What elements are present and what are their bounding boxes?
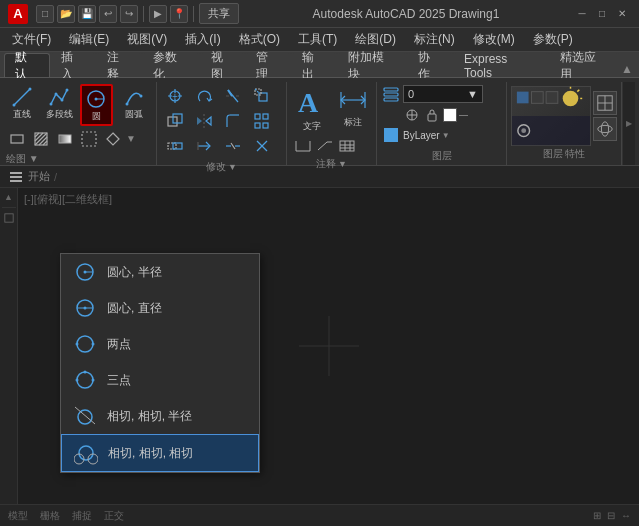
- layer-expand-icon[interactable]: ▼: [442, 131, 450, 140]
- draw-circle-label: 圆: [92, 112, 101, 122]
- status-grid[interactable]: 栅格: [40, 509, 60, 523]
- status-icon-3[interactable]: ↔: [621, 510, 631, 521]
- draw-arc-tool[interactable]: 圆弧: [117, 84, 150, 122]
- menu-dimension[interactable]: 标注(N): [406, 29, 463, 51]
- menu-tools[interactable]: 工具(T): [290, 29, 345, 51]
- tab-output[interactable]: 输出: [291, 53, 337, 77]
- tab-addins[interactable]: 附加模块: [337, 53, 407, 77]
- annotation-linear-icon[interactable]: [293, 137, 313, 155]
- layer-freeze-icon[interactable]: [403, 106, 421, 124]
- main-area: ▲ [-][俯视][二维线框] 圆心, 半径: [0, 188, 639, 504]
- redo-icon[interactable]: ↪: [120, 5, 138, 23]
- draw-polyline-label: 多段线: [46, 110, 73, 120]
- annotation-expand-icon[interactable]: ▼: [338, 159, 347, 169]
- tab-collaborate[interactable]: 协作: [407, 53, 453, 77]
- undo-icon[interactable]: ↩: [99, 5, 117, 23]
- plot-icon[interactable]: ▶: [149, 5, 167, 23]
- draw-more-icon[interactable]: ▼: [126, 133, 136, 144]
- share-button[interactable]: 共享: [199, 3, 239, 24]
- modify-scale-icon[interactable]: [248, 84, 276, 108]
- svg-point-72: [563, 90, 579, 106]
- tab-default[interactable]: 默认: [4, 53, 50, 77]
- menu-format[interactable]: 格式(O): [231, 29, 288, 51]
- view-preset-icon[interactable]: [593, 91, 617, 115]
- status-icon-2[interactable]: ⊟: [607, 510, 615, 521]
- tab-manage[interactable]: 管理: [245, 53, 291, 77]
- layer-color-selector[interactable]: [381, 126, 401, 144]
- layers-group-label: 图层: [432, 149, 452, 163]
- tab-annotate[interactable]: 注释: [96, 53, 142, 77]
- svg-point-85: [598, 125, 612, 132]
- modify-stretch-icon[interactable]: [161, 134, 189, 158]
- layer-properties-icon[interactable]: [381, 84, 401, 104]
- canvas-view-label: [-][俯视][二维线框]: [24, 192, 112, 207]
- annotation-table-icon[interactable]: [337, 137, 357, 155]
- breadcrumb-separator: /: [54, 171, 57, 183]
- tab-view[interactable]: 视图: [200, 53, 246, 77]
- close-button[interactable]: ✕: [613, 5, 631, 23]
- menu-edit[interactable]: 编辑(E): [61, 29, 117, 51]
- ribbon-collapse-icon[interactable]: ▲: [619, 61, 635, 77]
- pin-icon[interactable]: 📍: [170, 5, 188, 23]
- modify-array-icon[interactable]: [248, 109, 276, 133]
- menu-draw[interactable]: 绘图(D): [347, 29, 404, 51]
- ribbon-scroll[interactable]: ▶: [622, 82, 635, 165]
- open-file-icon[interactable]: 📂: [57, 5, 75, 23]
- status-ortho[interactable]: 正交: [104, 509, 124, 523]
- menu-view[interactable]: 视图(V): [119, 29, 175, 51]
- status-model[interactable]: 模型: [8, 509, 28, 523]
- annotation-leader-icon[interactable]: [315, 137, 335, 155]
- new-file-icon[interactable]: □: [36, 5, 54, 23]
- modify-expand-icon[interactable]: ▼: [228, 162, 237, 172]
- modify-move-icon[interactable]: +: [161, 84, 189, 108]
- modify-fillet-icon[interactable]: [219, 109, 247, 133]
- svg-rect-27: [259, 93, 267, 101]
- draw-hatch-icon[interactable]: [30, 128, 52, 150]
- modify-mirror-icon[interactable]: [190, 109, 218, 133]
- draw-border-icon[interactable]: [78, 128, 100, 150]
- modify-break-icon[interactable]: [219, 134, 247, 158]
- circle-option-three-point[interactable]: 三点: [61, 362, 259, 398]
- circle-option-center-radius[interactable]: 圆心, 半径: [61, 254, 259, 290]
- tab-parametric[interactable]: 参数化: [142, 53, 200, 77]
- minimize-button[interactable]: ─: [573, 5, 591, 23]
- view-orbit-icon[interactable]: [593, 117, 617, 141]
- layer-dropdown[interactable]: 0 ▼: [403, 85, 483, 103]
- modify-trim-icon[interactable]: [219, 84, 247, 108]
- tab-express-tools[interactable]: Express Tools: [453, 53, 549, 77]
- status-icon-1[interactable]: ⊞: [593, 510, 601, 521]
- status-snap[interactable]: 捕捉: [72, 509, 92, 523]
- hamburger-icon[interactable]: [8, 169, 24, 185]
- draw-rect-icon[interactable]: [6, 128, 28, 150]
- circle-option-tan-tan-radius[interactable]: 相切, 相切, 半径: [61, 398, 259, 434]
- modify-erase-icon[interactable]: [248, 134, 276, 158]
- modify-copy-icon[interactable]: [161, 109, 189, 133]
- ribbon-scroll-arrow[interactable]: ▶: [626, 119, 632, 128]
- draw-gradient-icon[interactable]: [54, 128, 76, 150]
- draw-polyline-tool[interactable]: 多段线: [43, 84, 76, 122]
- svg-rect-40: [263, 123, 268, 128]
- modify-extend-icon[interactable]: [190, 134, 218, 158]
- menu-file[interactable]: 文件(F): [4, 29, 59, 51]
- circle-option-two-point[interactable]: 两点: [61, 326, 259, 362]
- modify-rotate-icon[interactable]: [190, 84, 218, 108]
- draw-line-tool[interactable]: 直线: [6, 84, 39, 122]
- layer-color-icon[interactable]: [443, 108, 457, 122]
- menu-insert[interactable]: 插入(I): [177, 29, 228, 51]
- annotation-text-tool[interactable]: A 文字: [293, 84, 331, 133]
- layer-lock-icon[interactable]: [423, 106, 441, 124]
- annotation-dim-tool[interactable]: 标注: [335, 84, 370, 129]
- circle-option-center-diameter[interactable]: 圆心, 直径: [61, 290, 259, 326]
- left-tool-view[interactable]: [2, 211, 16, 225]
- draw-circle-tool[interactable]: 圆: [80, 84, 113, 126]
- menu-modify[interactable]: 修改(M): [465, 29, 523, 51]
- svg-rect-41: [168, 143, 176, 149]
- save-icon[interactable]: 💾: [78, 5, 96, 23]
- draw-region-icon[interactable]: [102, 128, 124, 150]
- left-tool-1[interactable]: ▲: [2, 190, 16, 204]
- menu-params[interactable]: 参数(P): [525, 29, 581, 51]
- tab-insert[interactable]: 插入: [50, 53, 96, 77]
- tab-featured[interactable]: 精选应用: [549, 53, 619, 77]
- circle-option-tan-tan-tan[interactable]: 相切, 相切, 相切: [61, 434, 259, 472]
- maximize-button[interactable]: □: [593, 5, 611, 23]
